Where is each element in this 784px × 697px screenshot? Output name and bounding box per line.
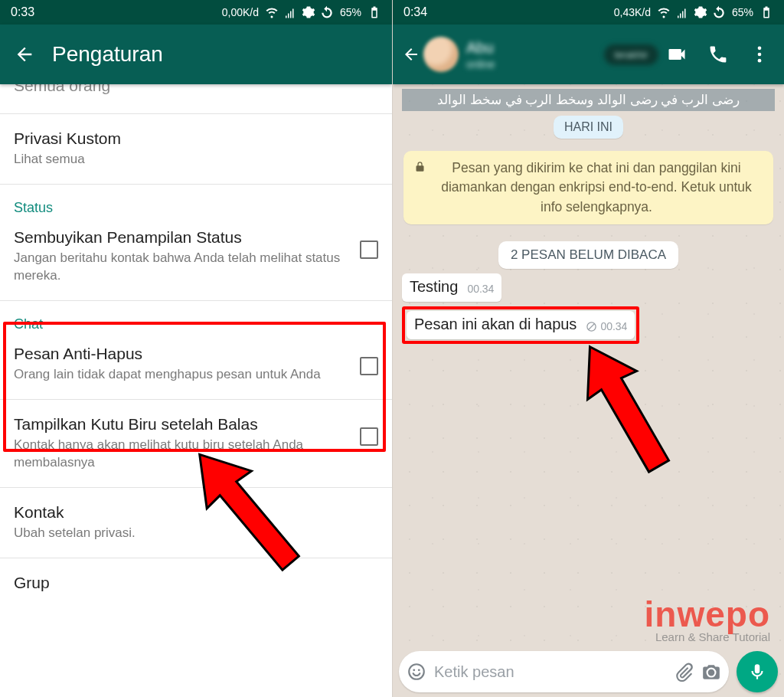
svg-point-5	[409, 664, 424, 679]
divider	[0, 487, 392, 488]
page-title: Pengaturan	[52, 42, 163, 67]
ban-icon	[586, 321, 597, 332]
section-status: Status	[0, 189, 392, 218]
mic-button[interactable]	[737, 651, 778, 692]
checkbox[interactable]	[360, 241, 378, 259]
setting-subtitle: Jangan beritahu kontak bahwa Anda telah …	[14, 250, 349, 285]
encryption-text: Pesan yang dikirim ke chat ini dan pangg…	[430, 159, 763, 217]
setting-title: Tampilkan Kutu Biru setelah Balas	[14, 415, 349, 434]
setting-custom-privacy[interactable]: Privasi Kustom Lihat semua	[0, 119, 392, 179]
message-input-pill[interactable]	[399, 651, 729, 692]
svg-point-1	[758, 47, 762, 51]
svg-point-2	[758, 53, 762, 57]
avatar[interactable]	[423, 37, 459, 72]
incoming-message[interactable]: Testing 00.34	[402, 273, 501, 302]
svg-point-7	[418, 669, 420, 671]
section-chat: Chat	[0, 306, 392, 334]
date-pill: HARI INI	[554, 116, 623, 139]
setting-title: Grup	[14, 574, 378, 592]
watermark: inwepo Learn & Share Tutorial	[645, 594, 770, 643]
setting-title: Kontak	[14, 503, 378, 522]
setting-anti-delete[interactable]: Pesan Anti-Hapus Orang lain tidak dapat …	[0, 334, 392, 394]
svg-point-3	[758, 59, 762, 63]
svg-point-6	[413, 669, 415, 671]
gear-icon	[694, 5, 707, 19]
setting-groups[interactable]: Grup	[0, 563, 392, 606]
attachment-icon[interactable]	[674, 662, 694, 682]
back-icon	[402, 45, 420, 64]
clock: 0:34	[403, 5, 427, 19]
settings-toolbar: Pengaturan	[0, 25, 392, 84]
settings-screen: 0:33 0,00K/d 65% Pengaturan Semua orang	[0, 0, 392, 697]
message-time: 00.34	[467, 283, 494, 296]
setting-everyone-partial[interactable]: Semua orang	[0, 84, 392, 109]
message-text: Testing	[410, 278, 458, 296]
refresh-icon	[320, 5, 334, 19]
message-time: 00.34	[586, 320, 627, 333]
checkbox[interactable]	[360, 357, 378, 375]
status-bar: 0:33 0,00K/d 65%	[0, 0, 392, 25]
back-icon[interactable]	[14, 44, 35, 65]
chat-input-bar	[393, 651, 784, 692]
contact-info[interactable]: Abu online	[466, 39, 596, 70]
toolbar-pill: terakhir	[604, 44, 658, 65]
voice-call-icon[interactable]	[707, 44, 729, 65]
setting-title: Sembuyikan Penampilan Status	[14, 228, 349, 247]
annotation-arrow-icon	[569, 337, 684, 483]
setting-subtitle: Ubah setelan privasi.	[14, 525, 378, 542]
unread-pill: 2 PESAN BELUM DIBACA	[498, 241, 678, 269]
setting-title: Pesan Anti-Hapus	[14, 345, 349, 363]
contact-name: Abu	[466, 39, 596, 57]
setting-blue-tick[interactable]: Tampilkan Kutu Biru setelah Balas Kontak…	[0, 404, 392, 483]
arabic-banner: رضى الرب في رضى الوالد وسخط الرب في سخط …	[402, 89, 775, 111]
status-icons: 0,43K/d 65%	[614, 5, 773, 19]
divider	[0, 399, 392, 400]
back-button[interactable]	[402, 37, 459, 72]
chat-toolbar: Abu online terakhir	[393, 25, 784, 84]
setting-subtitle: Lihat semua	[14, 151, 378, 169]
video-call-icon[interactable]	[666, 44, 688, 65]
setting-hide-status[interactable]: Sembuyikan Penampilan Status Jangan beri…	[0, 218, 392, 296]
status-icons: 0,00K/d 65%	[222, 5, 381, 19]
encryption-notice[interactable]: Pesan yang dikirim ke chat ini dan pangg…	[403, 151, 773, 224]
annotation-highlight-box: Pesan ini akan di hapus 00.34	[402, 306, 639, 344]
setting-subtitle: Orang lain tidak dapat menghapus pesan u…	[14, 366, 349, 384]
setting-subtitle: Kontak hanya akan melihat kutu biru sete…	[14, 437, 349, 472]
wifi-icon	[265, 5, 279, 19]
message-input[interactable]	[434, 663, 666, 681]
setting-contacts[interactable]: Kontak Ubah setelan privasi.	[0, 492, 392, 553]
battery-icon	[368, 5, 381, 19]
signal-icon	[283, 5, 297, 19]
lock-icon	[414, 161, 426, 172]
more-icon[interactable]	[749, 44, 770, 65]
refresh-icon	[712, 5, 726, 19]
checkbox[interactable]	[360, 427, 378, 446]
data-rate: 0,43K/d	[614, 6, 651, 18]
battery-icon	[760, 5, 773, 19]
message-text: Pesan ini akan di hapus	[414, 316, 577, 333]
battery-text: 65%	[340, 6, 361, 18]
data-rate: 0,00K/d	[222, 6, 259, 18]
divider	[0, 300, 392, 301]
mic-icon	[747, 662, 767, 682]
wifi-icon	[657, 5, 671, 19]
messages-container: Testing 00.34 Pesan ini akan di hapus 00…	[402, 273, 775, 344]
emoji-icon[interactable]	[407, 662, 426, 682]
watermark-brand: inwepo	[645, 594, 770, 635]
contact-status: online	[466, 58, 596, 70]
incoming-message-deleted[interactable]: Pesan ini akan di hapus 00.34	[407, 311, 635, 339]
clock: 0:33	[11, 5, 34, 19]
camera-icon[interactable]	[701, 662, 721, 682]
watermark-tagline: Learn & Share Tutorial	[645, 630, 770, 643]
chat-body[interactable]: رضى الرب في رضى الوالد وسخط الرب في سخط …	[393, 84, 784, 697]
signal-icon	[675, 5, 689, 19]
divider	[0, 184, 392, 185]
settings-list[interactable]: Semua orang Privasi Kustom Lihat semua S…	[0, 84, 392, 697]
svg-marker-4	[569, 337, 684, 480]
gear-icon	[302, 5, 315, 19]
divider	[0, 113, 392, 114]
divider	[0, 558, 392, 558]
setting-title: Semua orang	[14, 84, 378, 95]
chat-screen: 0:34 0,43K/d 65% Abu online terakhir	[392, 0, 784, 697]
status-bar: 0:34 0,43K/d 65%	[393, 0, 784, 25]
